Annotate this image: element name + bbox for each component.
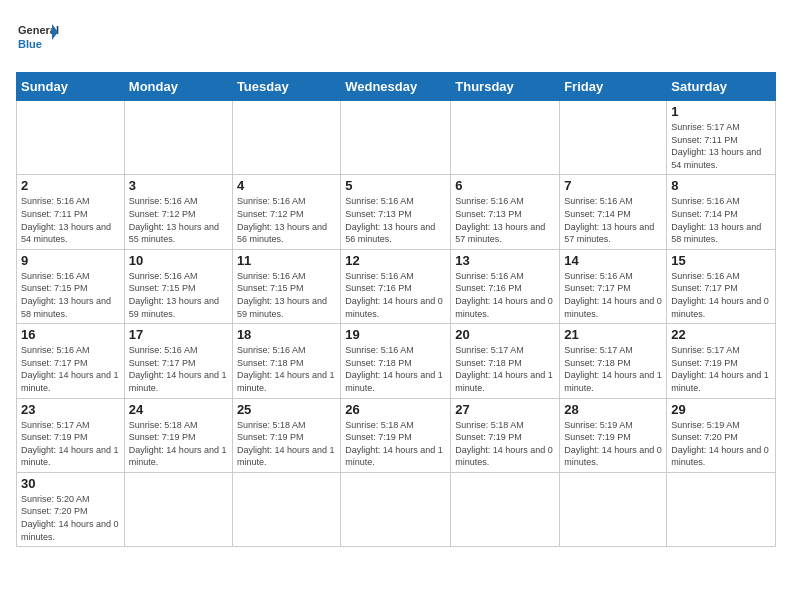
calendar-cell <box>560 472 667 546</box>
calendar-cell: 2Sunrise: 5:16 AM Sunset: 7:11 PM Daylig… <box>17 175 125 249</box>
day-info: Sunrise: 5:17 AM Sunset: 7:18 PM Dayligh… <box>455 344 555 394</box>
day-number: 18 <box>237 327 336 342</box>
day-number: 29 <box>671 402 771 417</box>
calendar-cell: 26Sunrise: 5:18 AM Sunset: 7:19 PM Dayli… <box>341 398 451 472</box>
day-number: 28 <box>564 402 662 417</box>
calendar-cell: 20Sunrise: 5:17 AM Sunset: 7:18 PM Dayli… <box>451 324 560 398</box>
day-info: Sunrise: 5:19 AM Sunset: 7:20 PM Dayligh… <box>671 419 771 469</box>
calendar-cell: 22Sunrise: 5:17 AM Sunset: 7:19 PM Dayli… <box>667 324 776 398</box>
calendar-cell: 8Sunrise: 5:16 AM Sunset: 7:14 PM Daylig… <box>667 175 776 249</box>
day-number: 8 <box>671 178 771 193</box>
day-number: 12 <box>345 253 446 268</box>
day-info: Sunrise: 5:18 AM Sunset: 7:19 PM Dayligh… <box>129 419 228 469</box>
day-info: Sunrise: 5:17 AM Sunset: 7:19 PM Dayligh… <box>21 419 120 469</box>
calendar-cell: 27Sunrise: 5:18 AM Sunset: 7:19 PM Dayli… <box>451 398 560 472</box>
day-info: Sunrise: 5:16 AM Sunset: 7:13 PM Dayligh… <box>345 195 446 245</box>
calendar-cell: 19Sunrise: 5:16 AM Sunset: 7:18 PM Dayli… <box>341 324 451 398</box>
calendar-cell: 1Sunrise: 5:17 AM Sunset: 7:11 PM Daylig… <box>667 101 776 175</box>
day-number: 14 <box>564 253 662 268</box>
day-info: Sunrise: 5:17 AM Sunset: 7:19 PM Dayligh… <box>671 344 771 394</box>
calendar-table: SundayMondayTuesdayWednesdayThursdayFrid… <box>16 72 776 547</box>
calendar-cell: 6Sunrise: 5:16 AM Sunset: 7:13 PM Daylig… <box>451 175 560 249</box>
calendar-cell: 16Sunrise: 5:16 AM Sunset: 7:17 PM Dayli… <box>17 324 125 398</box>
calendar-cell: 17Sunrise: 5:16 AM Sunset: 7:17 PM Dayli… <box>124 324 232 398</box>
day-number: 23 <box>21 402 120 417</box>
calendar-cell: 7Sunrise: 5:16 AM Sunset: 7:14 PM Daylig… <box>560 175 667 249</box>
calendar-cell <box>341 472 451 546</box>
calendar-cell: 3Sunrise: 5:16 AM Sunset: 7:12 PM Daylig… <box>124 175 232 249</box>
calendar-cell <box>124 472 232 546</box>
day-info: Sunrise: 5:16 AM Sunset: 7:11 PM Dayligh… <box>21 195 120 245</box>
calendar-cell <box>232 472 340 546</box>
calendar-cell: 4Sunrise: 5:16 AM Sunset: 7:12 PM Daylig… <box>232 175 340 249</box>
day-info: Sunrise: 5:16 AM Sunset: 7:15 PM Dayligh… <box>237 270 336 320</box>
calendar-cell: 23Sunrise: 5:17 AM Sunset: 7:19 PM Dayli… <box>17 398 125 472</box>
svg-text:Blue: Blue <box>18 38 42 50</box>
day-info: Sunrise: 5:18 AM Sunset: 7:19 PM Dayligh… <box>455 419 555 469</box>
day-info: Sunrise: 5:16 AM Sunset: 7:14 PM Dayligh… <box>671 195 771 245</box>
day-info: Sunrise: 5:16 AM Sunset: 7:17 PM Dayligh… <box>21 344 120 394</box>
day-info: Sunrise: 5:16 AM Sunset: 7:17 PM Dayligh… <box>129 344 228 394</box>
calendar-cell: 15Sunrise: 5:16 AM Sunset: 7:17 PM Dayli… <box>667 249 776 323</box>
calendar-cell: 24Sunrise: 5:18 AM Sunset: 7:19 PM Dayli… <box>124 398 232 472</box>
day-info: Sunrise: 5:16 AM Sunset: 7:12 PM Dayligh… <box>129 195 228 245</box>
day-number: 19 <box>345 327 446 342</box>
calendar-cell: 18Sunrise: 5:16 AM Sunset: 7:18 PM Dayli… <box>232 324 340 398</box>
day-info: Sunrise: 5:16 AM Sunset: 7:12 PM Dayligh… <box>237 195 336 245</box>
day-header-thursday: Thursday <box>451 73 560 101</box>
day-number: 11 <box>237 253 336 268</box>
day-number: 7 <box>564 178 662 193</box>
calendar-cell: 25Sunrise: 5:18 AM Sunset: 7:19 PM Dayli… <box>232 398 340 472</box>
calendar-week-3: 9Sunrise: 5:16 AM Sunset: 7:15 PM Daylig… <box>17 249 776 323</box>
calendar-week-4: 16Sunrise: 5:16 AM Sunset: 7:17 PM Dayli… <box>17 324 776 398</box>
calendar-cell: 11Sunrise: 5:16 AM Sunset: 7:15 PM Dayli… <box>232 249 340 323</box>
calendar-cell: 12Sunrise: 5:16 AM Sunset: 7:16 PM Dayli… <box>341 249 451 323</box>
calendar-cell <box>560 101 667 175</box>
calendar-cell <box>341 101 451 175</box>
calendar-cell: 13Sunrise: 5:16 AM Sunset: 7:16 PM Dayli… <box>451 249 560 323</box>
day-info: Sunrise: 5:16 AM Sunset: 7:15 PM Dayligh… <box>129 270 228 320</box>
calendar-cell <box>124 101 232 175</box>
day-header-friday: Friday <box>560 73 667 101</box>
day-number: 26 <box>345 402 446 417</box>
day-header-monday: Monday <box>124 73 232 101</box>
calendar-cell: 29Sunrise: 5:19 AM Sunset: 7:20 PM Dayli… <box>667 398 776 472</box>
calendar-week-1: 1Sunrise: 5:17 AM Sunset: 7:11 PM Daylig… <box>17 101 776 175</box>
day-number: 24 <box>129 402 228 417</box>
day-number: 9 <box>21 253 120 268</box>
calendar-cell: 9Sunrise: 5:16 AM Sunset: 7:15 PM Daylig… <box>17 249 125 323</box>
day-number: 22 <box>671 327 771 342</box>
logo: General Blue <box>16 16 60 60</box>
day-info: Sunrise: 5:16 AM Sunset: 7:16 PM Dayligh… <box>455 270 555 320</box>
calendar-cell <box>17 101 125 175</box>
day-info: Sunrise: 5:16 AM Sunset: 7:15 PM Dayligh… <box>21 270 120 320</box>
logo: General Blue <box>16 16 60 60</box>
day-info: Sunrise: 5:17 AM Sunset: 7:18 PM Dayligh… <box>564 344 662 394</box>
day-number: 16 <box>21 327 120 342</box>
day-info: Sunrise: 5:20 AM Sunset: 7:20 PM Dayligh… <box>21 493 120 543</box>
calendar-body: 1Sunrise: 5:17 AM Sunset: 7:11 PM Daylig… <box>17 101 776 547</box>
day-number: 21 <box>564 327 662 342</box>
day-info: Sunrise: 5:16 AM Sunset: 7:18 PM Dayligh… <box>345 344 446 394</box>
day-number: 2 <box>21 178 120 193</box>
calendar-cell: 10Sunrise: 5:16 AM Sunset: 7:15 PM Dayli… <box>124 249 232 323</box>
day-number: 3 <box>129 178 228 193</box>
day-info: Sunrise: 5:18 AM Sunset: 7:19 PM Dayligh… <box>237 419 336 469</box>
day-info: Sunrise: 5:16 AM Sunset: 7:17 PM Dayligh… <box>564 270 662 320</box>
day-number: 10 <box>129 253 228 268</box>
day-info: Sunrise: 5:16 AM Sunset: 7:18 PM Dayligh… <box>237 344 336 394</box>
day-number: 13 <box>455 253 555 268</box>
day-info: Sunrise: 5:18 AM Sunset: 7:19 PM Dayligh… <box>345 419 446 469</box>
calendar-cell <box>451 472 560 546</box>
day-number: 4 <box>237 178 336 193</box>
day-number: 17 <box>129 327 228 342</box>
day-info: Sunrise: 5:16 AM Sunset: 7:16 PM Dayligh… <box>345 270 446 320</box>
day-info: Sunrise: 5:16 AM Sunset: 7:13 PM Dayligh… <box>455 195 555 245</box>
day-info: Sunrise: 5:16 AM Sunset: 7:17 PM Dayligh… <box>671 270 771 320</box>
calendar-cell: 5Sunrise: 5:16 AM Sunset: 7:13 PM Daylig… <box>341 175 451 249</box>
calendar-cell <box>667 472 776 546</box>
day-number: 20 <box>455 327 555 342</box>
calendar-week-5: 23Sunrise: 5:17 AM Sunset: 7:19 PM Dayli… <box>17 398 776 472</box>
day-header-wednesday: Wednesday <box>341 73 451 101</box>
calendar-week-2: 2Sunrise: 5:16 AM Sunset: 7:11 PM Daylig… <box>17 175 776 249</box>
